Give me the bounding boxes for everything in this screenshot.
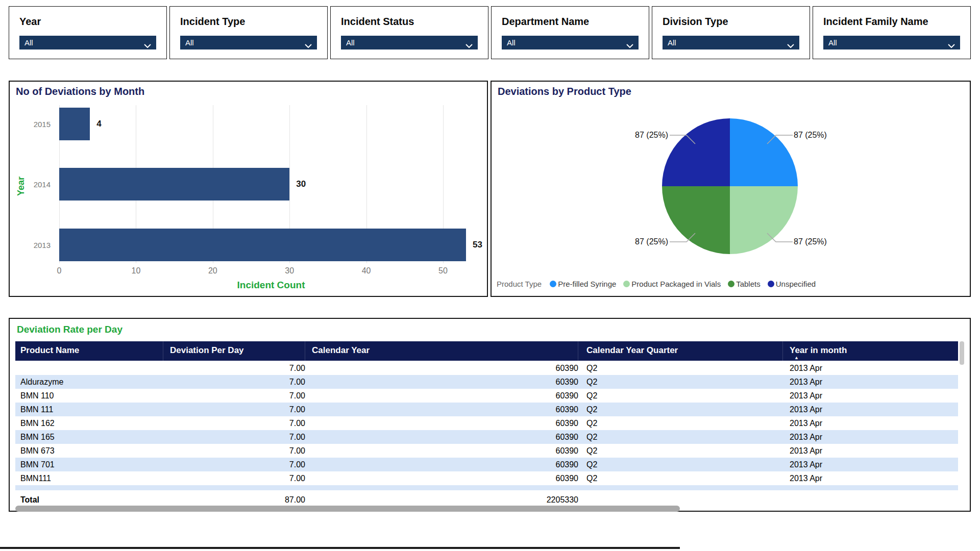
chevron-down-icon [948,41,955,49]
table-cell: 60390 [305,361,578,375]
table-cell: 2013 Apr [783,416,958,430]
table-cell: 60390 [305,416,578,430]
table-cell: BMN 165 [15,430,163,444]
column-header-year-in-month[interactable]: Year in month▲ [783,341,958,361]
legend-dot-icon [728,281,734,287]
column-header-calendar-year-quarter[interactable]: Calendar Year Quarter [578,341,783,361]
table-row[interactable]: BMN 7017.0060390Q22013 Apr [15,458,958,471]
table-cell: BMN 701 [15,458,163,471]
table-row[interactable]: BMN 1627.0060390Q22013 Apr [15,416,958,430]
filter-label: Incident Family Name [823,16,928,28]
bar-data-label: 4 [96,119,101,129]
chevron-down-icon [626,41,633,49]
dropdown-value: All [668,38,676,47]
legend-item-tablets[interactable]: Tablets [728,280,761,288]
horizontal-scrollbar-thumb[interactable] [15,506,680,512]
bar-data-label: 30 [296,179,306,189]
column-header-label: Product Name [20,345,79,355]
x-axis-tick-label: 10 [120,266,151,276]
bar-2015[interactable] [59,108,90,140]
table-row[interactable]: BMN 1657.0060390Q22013 Apr [15,430,958,444]
table-cell: 2013 Apr [783,375,958,389]
filter-department-name: Department NameAll [491,6,649,59]
table-cell: Q2 [578,375,783,389]
legend-label: Product Packaged in Vials [631,280,721,288]
table-cell: 7.00 [163,361,305,375]
table-cell: 7.00 [163,389,305,403]
dropdown-value: All [346,38,355,47]
vertical-scrollbar [960,341,964,494]
legend-item-unspecified[interactable]: Unspecified [768,280,816,288]
table-cell: BMN 110 [15,389,163,403]
pie-data-label: 87 (25%) [594,237,668,246]
table-cell: 60390 [305,375,578,389]
table-row-partial [15,485,958,490]
table-cell: Aldurazyme [15,375,163,389]
table-cell: 7.00 [163,471,305,485]
table-cell: 60390 [305,389,578,403]
table-cell: Q2 [578,471,783,485]
table-panel: Deviation Rate per Day Product NameDevia… [9,318,971,512]
table-cell: BMN 111 [15,403,163,416]
pie-data-label: 87 (25%) [794,131,868,140]
column-header-label: Year in month [790,345,847,355]
dropdown-value: All [507,38,516,47]
horizontal-scrollbar [15,506,958,512]
dropdown-value: All [828,38,837,47]
pie-chart[interactable] [662,118,798,254]
legend-label: Unspecified [776,280,816,288]
chevron-down-icon [465,41,473,49]
table-row[interactable]: 7.0060390Q22013 Apr [15,361,958,375]
dropdown-value: All [24,38,33,47]
filter-label: Year [19,16,41,28]
x-axis-tick-label: 0 [44,266,75,276]
division-type-dropdown[interactable]: All [663,36,799,49]
table-cell: 7.00 [163,403,305,416]
table-cell: 2013 Apr [783,430,958,444]
filter-division-type: Division TypeAll [652,6,810,59]
table-cell: 7.00 [163,416,305,430]
department-name-dropdown[interactable]: All [502,36,639,49]
legend-item-pre-filled-syringe[interactable]: Pre-filled Syringe [550,280,616,288]
x-axis-tick-label: 40 [351,266,382,276]
pie-chart-panel: Deviations by Product Type 87 (25%) 87 (… [491,81,971,297]
table-cell: Q2 [578,458,783,471]
table-row[interactable]: BMN1117.0060390Q22013 Apr [15,471,958,485]
legend-dot-icon [768,281,774,287]
incident-type-dropdown[interactable]: All [180,36,317,49]
table-row[interactable]: BMN 1117.0060390Q22013 Apr [15,403,958,416]
filter-bar: YearAllIncident TypeAllIncident StatusAl… [9,6,971,59]
y-axis-category-label: 2013 [14,241,51,249]
table-cell: 60390 [305,403,578,416]
bar-chart-panel: No of Deviations by Month 01020304050420… [9,81,488,297]
filter-incident-type: Incident TypeAll [169,6,328,59]
table-cell: 7.00 [163,444,305,458]
filter-label: Incident Type [180,16,245,28]
vertical-scrollbar-thumb[interactable] [960,341,964,365]
table-cell: 60390 [305,430,578,444]
table-cell: Q2 [578,389,783,403]
legend-label: Tablets [736,280,761,288]
column-header-deviation-per-day[interactable]: Deviation Per Day [163,341,305,361]
table-row[interactable]: BMN 6737.0060390Q22013 Apr [15,444,958,458]
filter-year: YearAll [9,6,167,59]
year-dropdown[interactable]: All [19,36,156,49]
dropdown-value: All [185,38,194,47]
column-header-calendar-year[interactable]: Calendar Year [305,341,578,361]
x-axis-tick-label: 50 [428,266,458,276]
table-cell: Q2 [578,416,783,430]
incident-status-dropdown[interactable]: All [341,36,478,49]
bar-2014[interactable] [59,168,289,201]
table-cell: 2013 Apr [783,444,958,458]
table-body: 7.0060390Q22013 AprAldurazyme7.0060390Q2… [15,361,958,485]
bar-2013[interactable] [59,229,466,261]
column-header-product-name[interactable]: Product Name [15,341,163,361]
table-row[interactable]: BMN 1107.0060390Q22013 Apr [15,389,958,403]
table-row[interactable]: Aldurazyme7.0060390Q22013 Apr [15,375,958,389]
legend-item-product-packaged-in-vials[interactable]: Product Packaged in Vials [623,280,721,288]
table-cell: 2013 Apr [783,361,958,375]
incident-family-name-dropdown[interactable]: All [823,36,960,49]
x-axis-tick-label: 30 [274,266,305,276]
pie-data-label: 87 (25%) [794,237,868,246]
legend-label: Pre-filled Syringe [558,280,616,288]
